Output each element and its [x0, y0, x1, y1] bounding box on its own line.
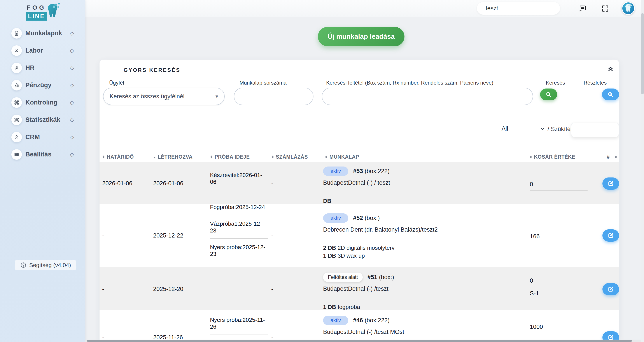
- cell-created-date: 2025-12-22: [150, 204, 208, 267]
- header-kosar-erteke[interactable]: KOSÁR ÉRTÉKE: [527, 154, 588, 160]
- sort-icon: [210, 155, 213, 159]
- client-name: BudapestDetnal (-) / teszt: [323, 180, 527, 186]
- table-row[interactable]: - 2025-12-20 - Feltöltés alatt #51 (box:…: [100, 267, 619, 310]
- fullscreen-button[interactable]: [601, 4, 610, 13]
- tooth-logo-icon: [46, 3, 60, 21]
- box-number: (box:): [365, 215, 380, 221]
- cell-due-date: -: [100, 204, 150, 267]
- cell-worksheet: aktiv #46 (box:222) BudapestDetnal (-) /…: [322, 310, 527, 342]
- table-row[interactable]: - 2025-12-22 Fogpróba:2025-12-24 Vázprób…: [100, 204, 619, 267]
- sidebar-item-hr[interactable]: HR ◇: [0, 59, 85, 76]
- edit-button[interactable]: [602, 178, 619, 190]
- collapse-panel-button[interactable]: [607, 65, 614, 73]
- user-avatar[interactable]: [622, 2, 635, 15]
- criteria-input[interactable]: [322, 88, 533, 105]
- sort-icon: [325, 155, 328, 159]
- vertical-scrollbar-thumb[interactable]: [641, 13, 644, 94]
- header-munkalap[interactable]: MUNKALAP: [322, 154, 527, 160]
- cell-billing: -: [268, 162, 322, 205]
- cell-basket-value: 0 S-1: [527, 267, 588, 311]
- header-letrehozva[interactable]: LÉTREHOZVA: [150, 154, 208, 160]
- header-proba-ideje[interactable]: PRÓBA IDEJE: [208, 154, 268, 160]
- box-number: (box:): [379, 274, 394, 280]
- cell-created-date: 2026-01-06: [150, 162, 208, 205]
- horizontal-scrollbar-thumb[interactable]: [87, 340, 632, 342]
- try-in-entry: Nyers próba:2025-11-26: [210, 316, 268, 335]
- table-row[interactable]: 2026-01-06 2026-01-06 Készrevitel:2026-0…: [100, 162, 619, 204]
- search-button[interactable]: [540, 89, 557, 100]
- divider: [530, 287, 588, 287]
- sidebar-item-kontroling[interactable]: Kontroling ◇: [0, 94, 85, 111]
- header-szamlazas[interactable]: SZÁMLÁZÁS: [268, 154, 322, 160]
- global-search-input[interactable]: [477, 2, 560, 15]
- diamond-chevron-icon: ◇: [70, 151, 74, 157]
- cell-created-date: 2025-12-20: [150, 267, 208, 311]
- sidebar-item-crm[interactable]: CRM ◇: [0, 128, 85, 146]
- edit-button[interactable]: [602, 283, 619, 295]
- client-select-value: Keresés az összes ügyfélnél: [110, 93, 184, 100]
- app-logo[interactable]: FOG LINE: [26, 4, 60, 21]
- help-label: Segítség (v4.04): [29, 262, 71, 269]
- status-badge: Feltöltés alatt: [323, 273, 363, 282]
- cell-due-date: 2026-01-06: [100, 162, 150, 205]
- cell-billing: -: [268, 267, 322, 311]
- cell-due-date: -: [100, 267, 150, 311]
- caret-down-icon: ▾: [216, 93, 218, 99]
- box-number: (box:222): [365, 168, 390, 175]
- edit-button[interactable]: [602, 229, 619, 242]
- sliders-icon: [12, 149, 22, 160]
- new-worksheet-button[interactable]: Új munkalap leadása: [318, 27, 404, 46]
- page-size-select[interactable]: All: [502, 125, 545, 132]
- header-hatarido[interactable]: HATÁRIDŐ: [100, 154, 150, 160]
- table-body: 2026-01-06 2026-01-06 Készrevitel:2026-0…: [100, 162, 619, 342]
- diamond-chevron-icon: ◇: [70, 30, 74, 36]
- question-circle-icon: [20, 262, 27, 268]
- sidebar-item-labor[interactable]: Labor ◇: [0, 42, 85, 59]
- cell-basket-value: 1000: [527, 310, 588, 342]
- cell-billing: -: [268, 310, 322, 342]
- edit-pencil-icon: [608, 180, 614, 187]
- diamond-chevron-icon: ◇: [70, 117, 74, 123]
- cell-billing: -: [268, 204, 322, 267]
- table-row[interactable]: - 2025-11-26 Nyers próba:2025-11-26 Nyer…: [100, 310, 619, 342]
- worksheet-number: #46: [353, 317, 363, 323]
- client-select[interactable]: Keresés az összes ügyfélnél ▾: [103, 88, 225, 105]
- vertical-scrollbar[interactable]: [641, 0, 644, 342]
- try-in-entry: Nyers próba:2025-12-23: [210, 244, 268, 262]
- report-scan-icon: [12, 97, 22, 108]
- serial-input[interactable]: [234, 88, 314, 105]
- horizontal-scrollbar[interactable]: [85, 339, 641, 342]
- client-label: Ügyfél: [109, 80, 124, 86]
- client-name: BudapestDetnal (-) /teszt MOst: [323, 329, 527, 335]
- divider: [530, 333, 588, 333]
- status-badge: aktiv: [323, 213, 348, 223]
- try-in-entry: Fogpróba:2025-12-24: [210, 204, 268, 215]
- cell-created-date: 2025-11-26: [150, 310, 208, 342]
- divider: [530, 190, 588, 191]
- sidebar-item-statisztikak[interactable]: Statisztikák ◇: [0, 111, 85, 128]
- box-number: (box:222): [365, 317, 390, 323]
- cell-worksheet: aktiv #53 (box:222) BudapestDetnal (-) /…: [322, 162, 527, 205]
- basket-secondary-value: S-1: [530, 290, 588, 297]
- messages-button[interactable]: [578, 4, 587, 13]
- diamond-chevron-icon: ◇: [70, 99, 74, 106]
- serial-label: Munkalap sorszáma: [240, 80, 286, 86]
- cell-try-in-dates: Nyers próba:2025-11-26 Nyers próba:2025-…: [208, 310, 268, 342]
- narrow-input[interactable]: [571, 123, 619, 137]
- logo-text-fog: FOG: [26, 4, 47, 11]
- bar-chart-icon: [12, 80, 22, 90]
- sidebar-item-penzugy[interactable]: Pénzügy ◇: [0, 76, 85, 94]
- detailed-search-button[interactable]: [602, 89, 619, 100]
- diamond-chevron-icon: ◇: [70, 48, 74, 54]
- sidebar-item-beallitas[interactable]: Beállítás ◇: [0, 146, 85, 163]
- header-hash[interactable]: #: [588, 154, 619, 160]
- divider: [323, 238, 525, 238]
- sidebar-item-munkalapok[interactable]: Munkalapok ◇: [0, 25, 85, 42]
- page-size-value: All: [502, 125, 508, 132]
- help-button[interactable]: Segítség (v4.04): [15, 260, 76, 270]
- edit-pencil-icon: [608, 232, 614, 239]
- sidebar: FOG LINE Munkalapok ◇: [0, 0, 85, 342]
- cell-try-in-dates: Készrevitel:2026-01-06: [208, 162, 268, 205]
- worksheet-number: #52: [353, 215, 363, 221]
- detailed-label: Részletes: [584, 80, 606, 86]
